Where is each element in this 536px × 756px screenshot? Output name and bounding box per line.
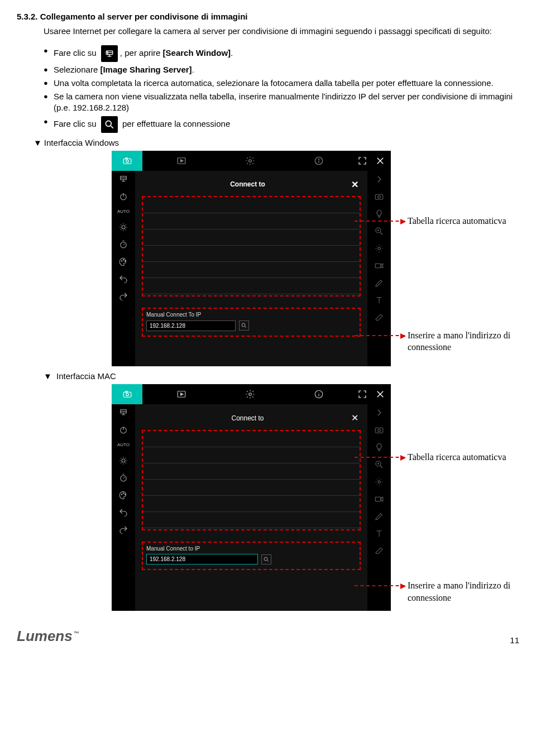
bulb-icon[interactable] <box>374 209 384 219</box>
ip-input[interactable] <box>146 554 258 564</box>
text-icon[interactable] <box>374 295 384 305</box>
play-icon[interactable] <box>176 156 186 166</box>
table-row[interactable] <box>143 447 360 463</box>
topbar <box>112 384 391 404</box>
brightness-icon[interactable] <box>374 243 384 253</box>
auto-search-table[interactable] <box>142 196 361 296</box>
gear-icon[interactable] <box>245 156 255 166</box>
page-footer: Lumens™ 11 <box>17 626 519 646</box>
tab-group <box>142 156 357 166</box>
tab-group <box>142 389 357 399</box>
interface-mac-label: ▼ Interfaccia MAC <box>44 371 519 382</box>
auto-search-table[interactable] <box>142 430 361 530</box>
svg-rect-8 <box>123 159 131 164</box>
close-icon[interactable] <box>375 389 385 399</box>
app-body: AUTO Connect to ✕ <box>112 171 391 366</box>
table-row[interactable] <box>143 278 360 294</box>
redo-icon[interactable] <box>118 525 128 535</box>
server-icon[interactable] <box>118 174 128 184</box>
chevron-right-icon[interactable] <box>374 408 384 418</box>
search-icon <box>241 322 247 329</box>
sun-icon[interactable] <box>118 456 128 466</box>
sun-icon[interactable] <box>118 222 128 232</box>
table-row[interactable] <box>143 213 360 229</box>
undo-icon[interactable] <box>118 274 128 284</box>
zoom-in-icon[interactable] <box>374 226 384 236</box>
svg-point-13 <box>248 160 251 162</box>
camera-icon <box>122 156 132 166</box>
svg-point-6 <box>106 121 111 126</box>
text: . <box>192 65 194 74</box>
tab-camera[interactable] <box>112 384 142 404</box>
power-icon[interactable] <box>118 425 128 435</box>
manual-connect-label: Manual Connect to IP <box>146 545 356 553</box>
table-row[interactable] <box>143 262 360 278</box>
callout-text: Inserire a mano l'indirizzo di connessio… <box>408 331 510 352</box>
topbar-right <box>357 389 391 399</box>
svg-point-72 <box>378 429 381 432</box>
table-row[interactable] <box>143 512 360 528</box>
page-number: 11 <box>510 635 519 646</box>
palette-icon[interactable] <box>118 490 128 500</box>
info-icon[interactable] <box>314 156 324 166</box>
table-row[interactable] <box>143 197 360 213</box>
power-icon[interactable] <box>118 192 128 202</box>
bulb-icon[interactable] <box>374 442 384 452</box>
ip-input[interactable] <box>146 320 236 331</box>
timer-icon[interactable] <box>118 240 128 250</box>
callout-text: Tabella ricerca automaticva <box>408 216 506 226</box>
expand-icon[interactable] <box>357 389 367 399</box>
table-row[interactable] <box>143 463 360 480</box>
svg-line-70 <box>267 560 269 562</box>
dialog-close-icon[interactable]: ✕ <box>351 179 358 191</box>
expand-icon[interactable] <box>357 156 367 166</box>
table-row[interactable] <box>143 496 360 512</box>
camera-icon <box>122 389 132 399</box>
svg-point-16 <box>318 159 319 159</box>
table-row[interactable] <box>143 246 360 262</box>
search-button[interactable] <box>261 554 271 564</box>
pen-icon[interactable] <box>374 278 384 288</box>
svg-point-40 <box>378 247 381 250</box>
text-icon[interactable] <box>374 529 384 539</box>
brightness-icon[interactable] <box>374 477 384 487</box>
svg-point-29 <box>121 260 122 261</box>
capture-icon[interactable] <box>374 192 384 202</box>
capture-icon[interactable] <box>374 425 384 435</box>
text-bold: [Search Window] <box>163 47 231 57</box>
server-icon <box>101 45 118 62</box>
table-row[interactable] <box>143 480 360 496</box>
search-button[interactable] <box>239 320 249 331</box>
server-icon[interactable] <box>118 408 128 418</box>
record-icon[interactable] <box>374 261 384 271</box>
chevron-right-icon[interactable] <box>374 174 384 184</box>
main-panel: Connect to ✕ Manual Connect To IP <box>135 171 367 366</box>
tab-camera[interactable] <box>112 151 142 171</box>
windows-ui-wrap: AUTO Connect to ✕ <box>112 151 519 366</box>
svg-line-64 <box>123 477 125 478</box>
record-icon[interactable] <box>374 494 384 504</box>
undo-icon[interactable] <box>118 508 128 518</box>
palette-icon[interactable] <box>118 257 128 267</box>
table-row[interactable] <box>143 431 360 447</box>
timer-icon[interactable] <box>118 473 128 483</box>
svg-marker-42 <box>381 264 383 268</box>
svg-rect-71 <box>375 428 383 433</box>
dialog-title: Connect to <box>144 180 351 189</box>
dialog-close-icon[interactable]: ✕ <box>351 412 358 424</box>
close-icon[interactable] <box>375 156 385 166</box>
gear-icon[interactable] <box>245 389 255 399</box>
section-heading: 5.3.2. Collegamento al server per condiv… <box>17 11 519 22</box>
pen-icon[interactable] <box>374 511 384 521</box>
text: Fare clic su <box>54 118 99 128</box>
auto-label: AUTO <box>117 209 130 215</box>
list-item: Fare clic su , per aprire [Search Window… <box>44 45 519 62</box>
table-row[interactable] <box>143 229 360 246</box>
play-icon[interactable] <box>176 389 186 399</box>
eraser-icon[interactable] <box>374 546 384 556</box>
info-icon[interactable] <box>314 389 324 399</box>
redo-icon[interactable] <box>118 291 128 302</box>
zoom-in-icon[interactable] <box>374 460 384 470</box>
eraser-icon[interactable] <box>374 313 384 323</box>
svg-rect-78 <box>375 497 381 501</box>
